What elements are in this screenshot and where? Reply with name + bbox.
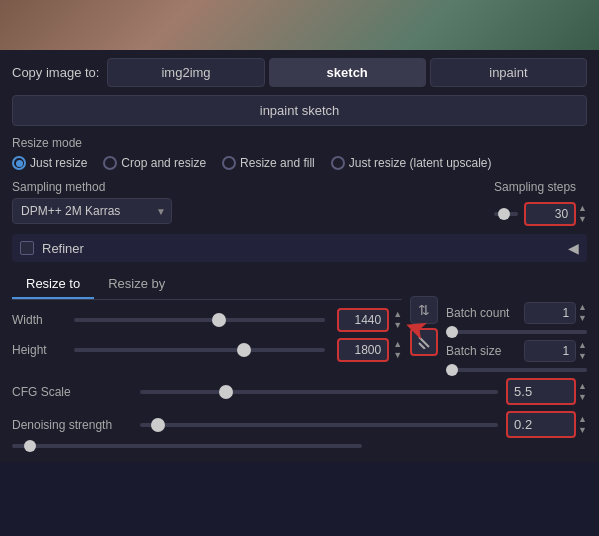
denoising-slider-track-2[interactable] xyxy=(12,444,587,448)
batch-count-up[interactable]: ▲ xyxy=(578,302,587,313)
resize-mode-just-resize[interactable]: Just resize xyxy=(12,156,87,170)
cfg-value[interactable]: 5.5 xyxy=(506,378,576,405)
cfg-slider[interactable] xyxy=(140,390,498,394)
resize-mode-crop-resize[interactable]: Crop and resize xyxy=(103,156,206,170)
copy-image-label: Copy image to: xyxy=(12,65,99,80)
denoising-spinner[interactable]: ▲ ▼ xyxy=(578,414,587,436)
width-input-group: 1440 ▲ ▼ xyxy=(337,308,402,332)
sampling-method-select-wrapper: DPM++ 2M Karras ▼ xyxy=(12,198,172,224)
denoising-row: Denoising strength 0.2 ▲ ▼ xyxy=(12,411,587,438)
radio-latent[interactable] xyxy=(331,156,345,170)
resize-tabs: Resize to Resize by xyxy=(12,270,402,300)
radio-just-resize[interactable] xyxy=(12,156,26,170)
denoising-slider-thumb[interactable] xyxy=(151,418,165,432)
inpaint-sketch-button[interactable]: inpaint sketch xyxy=(12,95,587,126)
width-slider[interactable] xyxy=(74,318,325,322)
height-slider-thumb[interactable] xyxy=(237,343,251,357)
batch-count-row: Batch count 1 ▲ ▼ xyxy=(446,302,587,324)
cfg-down[interactable]: ▼ xyxy=(578,392,587,403)
width-up[interactable]: ▲ xyxy=(393,309,402,320)
sampling-steps-input-group: 30 ▲ ▼ xyxy=(524,202,587,226)
refiner-row: Refiner ◀ xyxy=(12,234,587,262)
sampling-steps-up[interactable]: ▲ xyxy=(578,203,587,214)
sampling-method-label: Sampling method xyxy=(12,180,486,194)
batch-count-spinner[interactable]: ▲ ▼ xyxy=(578,302,587,324)
top-image-preview xyxy=(0,0,599,50)
width-slider-thumb[interactable] xyxy=(212,313,226,327)
denoising-up[interactable]: ▲ xyxy=(578,414,587,425)
batch-size-slider[interactable] xyxy=(446,368,587,372)
width-spinner[interactable]: ▲ ▼ xyxy=(393,309,402,331)
copy-sketch-button[interactable]: sketch xyxy=(269,58,426,87)
resize-mode-latent[interactable]: Just resize (latent upscale) xyxy=(331,156,492,170)
cfg-input-group: 5.5 ▲ ▼ xyxy=(506,378,587,405)
cfg-row: CFG Scale 5.5 ▲ ▼ xyxy=(12,378,587,405)
copy-image-buttons: img2img sketch inpaint xyxy=(107,58,587,87)
denoising-label: Denoising strength xyxy=(12,418,132,432)
refiner-checkbox[interactable] xyxy=(20,241,34,255)
resize-mode-just-resize-label: Just resize xyxy=(30,156,87,170)
sampling-steps-slider[interactable] xyxy=(494,207,518,221)
sampling-steps-spinner[interactable]: ▲ ▼ xyxy=(578,203,587,225)
sampling-steps-down[interactable]: ▼ xyxy=(578,214,587,225)
height-value[interactable]: 1800 xyxy=(337,338,389,362)
radio-crop-resize[interactable] xyxy=(103,156,117,170)
resize-mode-label: Resize mode xyxy=(12,136,587,150)
batch-count-slider[interactable] xyxy=(446,330,587,334)
tab-resize-by[interactable]: Resize by xyxy=(94,270,179,299)
cfg-slider-thumb[interactable] xyxy=(219,385,233,399)
denoising-input-group: 0.2 ▲ ▼ xyxy=(506,411,587,438)
batch-size-thumb xyxy=(446,364,458,376)
height-down[interactable]: ▼ xyxy=(393,350,402,361)
sampling-steps-thumb xyxy=(498,208,510,220)
resize-mode-fill-label: Resize and fill xyxy=(240,156,315,170)
denoising-thumb-2 xyxy=(24,440,36,452)
batch-size-down[interactable]: ▼ xyxy=(578,351,587,362)
batch-count-thumb xyxy=(446,326,458,338)
height-input-group: 1800 ▲ ▼ xyxy=(337,338,402,362)
batch-size-up[interactable]: ▲ xyxy=(578,340,587,351)
batch-count-input-group: 1 ▲ ▼ xyxy=(524,302,587,324)
width-row: Width 1440 ▲ ▼ xyxy=(12,308,402,332)
denoising-down[interactable]: ▼ xyxy=(578,425,587,436)
batch-section: Batch count 1 ▲ ▼ Batch size 1 xyxy=(446,270,587,372)
height-spinner[interactable]: ▲ ▼ xyxy=(393,339,402,361)
cfg-up[interactable]: ▲ xyxy=(578,381,587,392)
sampling-method-select[interactable]: DPM++ 2M Karras xyxy=(12,198,172,224)
sampling-steps-label: Sampling steps xyxy=(494,180,576,194)
height-label: Height xyxy=(12,343,62,357)
batch-size-label: Batch size xyxy=(446,344,516,358)
batch-count-down[interactable]: ▼ xyxy=(578,313,587,324)
batch-size-input-group: 1 ▲ ▼ xyxy=(524,340,587,362)
batch-count-value[interactable]: 1 xyxy=(524,302,576,324)
width-value[interactable]: 1440 xyxy=(337,308,389,332)
width-down[interactable]: ▼ xyxy=(393,320,402,331)
copy-image-row: Copy image to: img2img sketch inpaint xyxy=(12,58,587,87)
resize-mode-fill[interactable]: Resize and fill xyxy=(222,156,315,170)
cfg-spinner[interactable]: ▲ ▼ xyxy=(578,381,587,403)
batch-size-spinner[interactable]: ▲ ▼ xyxy=(578,340,587,362)
height-slider[interactable] xyxy=(74,348,325,352)
tab-resize-to[interactable]: Resize to xyxy=(12,270,94,299)
refiner-collapse-icon[interactable]: ◀ xyxy=(568,240,579,256)
resize-mode-crop-resize-label: Crop and resize xyxy=(121,156,206,170)
batch-size-value[interactable]: 1 xyxy=(524,340,576,362)
width-label: Width xyxy=(12,313,62,327)
resize-mode-latent-label: Just resize (latent upscale) xyxy=(349,156,492,170)
batch-count-label: Batch count xyxy=(446,306,516,320)
copy-img2img-button[interactable]: img2img xyxy=(107,58,264,87)
denoising-slider[interactable] xyxy=(140,423,498,427)
radio-fill[interactable] xyxy=(222,156,236,170)
resize-mode-options: Just resize Crop and resize Resize and f… xyxy=(12,156,587,170)
sampling-steps-value[interactable]: 30 xyxy=(524,202,576,226)
refiner-label: Refiner xyxy=(42,241,84,256)
height-row: Height 1800 ▲ ▼ xyxy=(12,338,402,362)
batch-size-row: Batch size 1 ▲ ▼ xyxy=(446,340,587,362)
copy-inpaint-button[interactable]: inpaint xyxy=(430,58,587,87)
cfg-label: CFG Scale xyxy=(12,385,132,399)
denoising-value[interactable]: 0.2 xyxy=(506,411,576,438)
